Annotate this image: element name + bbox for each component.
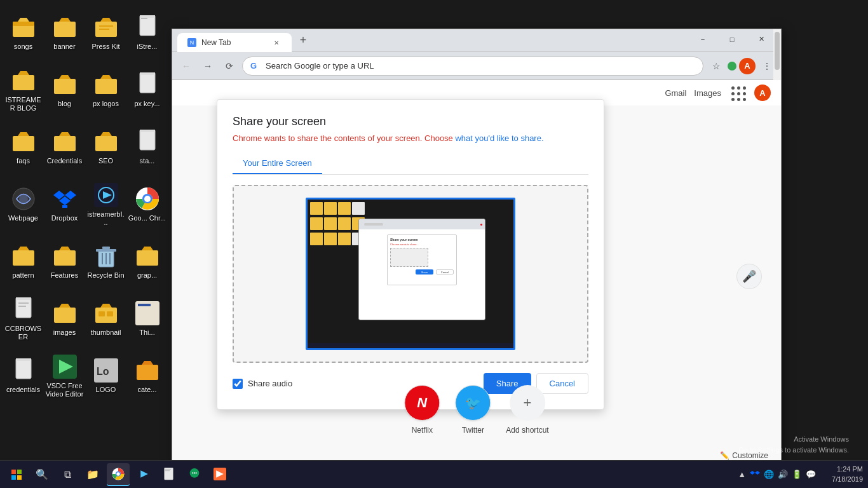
gmail-link[interactable]: Gmail bbox=[665, 88, 686, 98]
desktop-icon-ccbrowser[interactable]: CCBROWSER bbox=[3, 291, 44, 347]
desktop-icon-press-kit[interactable]: Press Kit bbox=[85, 5, 126, 61]
add-shortcut-label: Add shortcut bbox=[506, 426, 548, 435]
grap-label: grap... bbox=[137, 271, 157, 280]
desktop-icon-recycle-bin[interactable]: Recycle Bin bbox=[85, 234, 126, 290]
svg-marker-57 bbox=[59, 304, 71, 308]
shortcut-twitter[interactable]: 🐦 Twitter bbox=[455, 385, 491, 435]
shortcut-netflix[interactable]: N Netflix bbox=[404, 385, 440, 435]
desktop-icon-istreamer[interactable]: iStre... bbox=[126, 5, 168, 61]
svg-marker-23 bbox=[59, 132, 71, 136]
customize-link[interactable]: ✏️ Customize bbox=[720, 451, 768, 460]
credentials-icon bbox=[52, 129, 78, 154]
desktop-icon-px-key[interactable]: px key... bbox=[126, 62, 168, 118]
desktop-icon-credentials[interactable]: Credentials bbox=[44, 119, 85, 175]
hangouts-taskbar-app[interactable] bbox=[183, 463, 206, 486]
desktop-icon-thi[interactable]: Thi... bbox=[126, 291, 168, 347]
desktop-icon-images[interactable]: images bbox=[44, 291, 85, 347]
svg-rect-33 bbox=[62, 205, 67, 208]
notepad-taskbar-app[interactable] bbox=[158, 463, 180, 486]
vsdc-label: VSDC Free Video Editor bbox=[45, 382, 84, 398]
svg-text:Lo: Lo bbox=[97, 366, 109, 377]
desktop-icon-google-chrome[interactable]: Goo... Chr... bbox=[126, 177, 168, 233]
images-link[interactable]: Images bbox=[694, 88, 721, 98]
status-indicator bbox=[728, 62, 736, 71]
screen-preview-inner: Share your screen Chrome wants to share.… bbox=[306, 198, 515, 350]
desktop-icon-songs[interactable]: songs bbox=[3, 5, 44, 61]
desktop-icon-logo[interactable]: Lo LOGO bbox=[85, 348, 126, 404]
maximize-button[interactable]: □ bbox=[717, 30, 747, 48]
desktop-icon-banner[interactable]: banner bbox=[44, 5, 85, 61]
volume-icon[interactable]: 🔊 bbox=[778, 470, 788, 479]
desktop-icon-vsdc[interactable]: VSDC Free Video Editor bbox=[44, 348, 85, 404]
desktop-icon-pattern[interactable]: pattern bbox=[3, 234, 44, 290]
desktop-icon-credentials2[interactable]: credentials bbox=[3, 348, 44, 404]
ccbrowser-icon bbox=[11, 297, 36, 322]
battery-icon[interactable]: 🔋 bbox=[792, 470, 802, 479]
new-tab-button[interactable]: + bbox=[294, 32, 312, 50]
desktop-icon-thumbnail[interactable]: thumbnail bbox=[85, 291, 126, 347]
apps-button[interactable] bbox=[729, 84, 747, 102]
shortcut-add[interactable]: + Add shortcut bbox=[506, 385, 548, 435]
bookmark-button[interactable]: ☆ bbox=[707, 57, 725, 75]
desktop-icon-istreamer-blog[interactable]: ISTREAMER BLOG bbox=[3, 62, 44, 118]
file-explorer-button[interactable]: 📁 bbox=[81, 463, 104, 486]
desktop-icon-seo[interactable]: SEO bbox=[85, 119, 126, 175]
search-taskbar-button[interactable]: 🔍 bbox=[31, 463, 53, 486]
webpage-icon bbox=[11, 186, 36, 212]
desktop-icon-webpage[interactable]: Webpage bbox=[3, 177, 44, 233]
browser-tab[interactable]: N New Tab ✕ bbox=[177, 33, 292, 52]
svg-rect-11 bbox=[140, 15, 155, 18]
desktop-icon-dropbox[interactable]: Dropbox bbox=[44, 177, 85, 233]
svg-marker-41 bbox=[18, 247, 29, 250]
svg-rect-78 bbox=[165, 469, 171, 470]
toolbar-actions: ☆ A ⋮ bbox=[707, 57, 776, 75]
istreamer-taskbar-app[interactable] bbox=[132, 463, 155, 486]
svg-rect-40 bbox=[13, 250, 34, 266]
customize-icon: ✏️ bbox=[720, 451, 729, 460]
google-chrome-icon bbox=[135, 186, 160, 212]
minimize-button[interactable]: − bbox=[688, 30, 717, 48]
taskbar-clock[interactable]: 1:24 PM 7/18/2019 bbox=[818, 464, 863, 484]
desktop-icon-sta[interactable]: sta... bbox=[126, 119, 168, 175]
desktop-icons-area: songs banner Press Kit iStre... ISTREAM bbox=[0, 0, 172, 458]
task-view-button[interactable]: ⧉ bbox=[56, 463, 79, 486]
svg-rect-26 bbox=[140, 130, 155, 150]
netflix-circle: N bbox=[404, 385, 440, 421]
share-subtitle-link[interactable]: what you'd like to share. bbox=[455, 133, 543, 143]
unknown-taskbar-app[interactable] bbox=[208, 463, 231, 486]
share-screen-preview[interactable]: Share your screen Chrome wants to share.… bbox=[233, 185, 588, 363]
address-bar[interactable]: G Search Google or type a URL bbox=[242, 57, 703, 76]
desktop-icon-features[interactable]: Features bbox=[44, 234, 85, 290]
credentials2-icon bbox=[11, 358, 36, 383]
start-button[interactable] bbox=[5, 463, 28, 486]
taskbar: 🔍 ⧉ 📁 ▲ 🌐 🔊 🔋 💬 1:24 PM 7/18/201 bbox=[0, 460, 868, 488]
thi-label: Thi... bbox=[139, 329, 154, 337]
vsdc-icon bbox=[52, 354, 78, 379]
desktop-icon-istreamerbl[interactable]: istreamerbI... bbox=[85, 177, 126, 233]
notification-icon[interactable]: 💬 bbox=[806, 470, 816, 479]
desktop-icon-px-logos[interactable]: px logos bbox=[85, 62, 126, 118]
share-tab-entire-screen[interactable]: Your Entire Screen bbox=[233, 153, 322, 174]
ccbrowser-label: CCBROWSER bbox=[4, 325, 43, 341]
svg-rect-64 bbox=[16, 358, 31, 379]
forward-button[interactable]: → bbox=[199, 57, 217, 75]
desktop-icon-blog[interactable]: blog bbox=[44, 62, 85, 118]
svg-marker-59 bbox=[100, 304, 112, 308]
share-audio-checkbox[interactable] bbox=[233, 379, 243, 389]
network-icon[interactable]: 🌐 bbox=[764, 470, 774, 479]
reload-button[interactable]: ⟳ bbox=[220, 57, 238, 75]
close-button[interactable]: ✕ bbox=[747, 30, 776, 48]
chrome-taskbar-app[interactable] bbox=[107, 463, 130, 486]
google-logo: G bbox=[250, 61, 261, 71]
desktop-icon-grap[interactable]: grap... bbox=[126, 234, 168, 290]
desktop-icon-faqs[interactable]: faqs bbox=[3, 119, 44, 175]
tab-close-button[interactable]: ✕ bbox=[271, 37, 281, 48]
back-button[interactable]: ← bbox=[177, 57, 195, 75]
voice-search-button[interactable]: 🎤 bbox=[736, 264, 762, 289]
newtab-profile-avatar[interactable]: A bbox=[754, 85, 771, 101]
desktop-icon-cate[interactable]: cate... bbox=[126, 348, 168, 404]
share-audio-label[interactable]: Share audio bbox=[233, 379, 292, 389]
clock-date: 7/18/2019 bbox=[818, 475, 863, 484]
profile-avatar[interactable]: A bbox=[739, 58, 756, 74]
show-hidden-icons[interactable]: ▲ bbox=[738, 470, 746, 479]
